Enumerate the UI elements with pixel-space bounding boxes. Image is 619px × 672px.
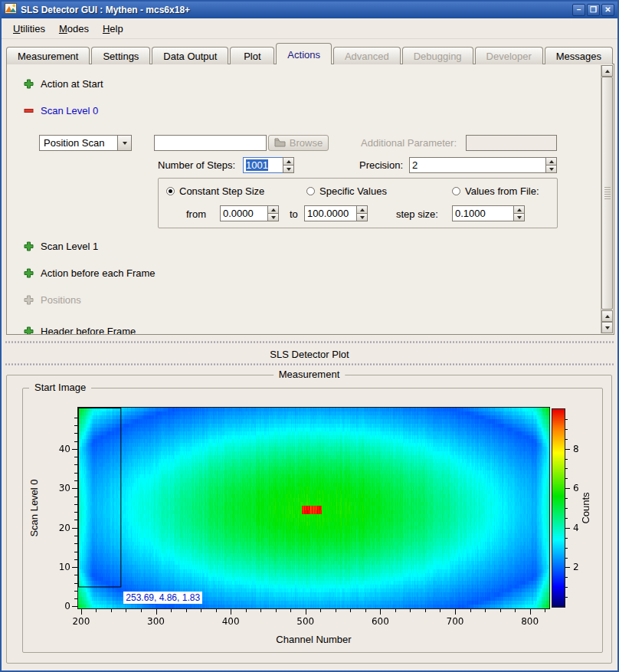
tick-mark xyxy=(565,577,568,578)
to-spinbox[interactable]: 100.0000 xyxy=(304,205,368,221)
tick-mark xyxy=(74,575,77,575)
to-value[interactable]: 100.0000 xyxy=(304,205,356,221)
spin-down-button[interactable] xyxy=(545,165,557,173)
spin-up-button[interactable] xyxy=(513,205,525,213)
scan-level-1-row[interactable]: Scan Level 1 xyxy=(24,241,98,252)
expand-plus-icon[interactable] xyxy=(24,326,34,335)
tab-measurement[interactable]: Measurement xyxy=(6,47,90,64)
spin-down-button[interactable] xyxy=(267,213,279,221)
tick-label: 300 xyxy=(141,616,172,627)
scroll-up-button[interactable] xyxy=(601,65,613,77)
tab-plot[interactable]: Plot xyxy=(230,47,274,64)
positions-row: Positions xyxy=(24,294,81,306)
tick-label: 700 xyxy=(440,616,470,627)
scroll-up-button-bottom[interactable] xyxy=(601,310,613,322)
plot-dock-title: SLS Detector Plot xyxy=(2,349,617,360)
tick-mark xyxy=(306,609,306,615)
spin-up-button[interactable] xyxy=(356,205,368,213)
tick-mark xyxy=(260,609,261,612)
spin-down-button[interactable] xyxy=(513,213,525,221)
scroll-down-button[interactable] xyxy=(601,322,613,333)
action-before-frame-label: Action before each Frame xyxy=(41,267,156,279)
expand-plus-icon[interactable] xyxy=(24,241,34,251)
precision-spinbox[interactable]: 2 xyxy=(409,157,557,173)
number-of-steps-spinbox[interactable]: 1001 xyxy=(243,157,294,173)
minimize-button[interactable]: – xyxy=(572,4,585,16)
tick-mark xyxy=(320,609,321,612)
tick-mark xyxy=(141,609,142,612)
heatmap-canvas[interactable] xyxy=(78,408,549,608)
tab-debugging: Debugging xyxy=(402,47,473,64)
tick-mark xyxy=(74,497,77,497)
expand-plus-icon[interactable] xyxy=(24,79,34,89)
additional-parameter-input xyxy=(466,135,557,151)
step-size-value[interactable]: 0.1000 xyxy=(452,205,513,221)
maximize-button[interactable]: ❐ xyxy=(587,4,600,16)
tick-mark xyxy=(485,609,486,612)
folder-open-icon xyxy=(274,137,286,149)
to-label: to xyxy=(290,208,298,220)
tick-mark xyxy=(565,468,568,469)
menu-help[interactable]: Help xyxy=(96,20,130,38)
step-size-spinbox[interactable]: 0.1000 xyxy=(452,205,525,221)
spin-up-button[interactable] xyxy=(267,205,279,213)
radio-values-from-file[interactable]: Values from File: xyxy=(452,185,539,197)
tick-label: 200 xyxy=(66,616,97,627)
from-value[interactable]: 0.0000 xyxy=(220,205,267,221)
tick-mark xyxy=(565,439,568,440)
cursor-position-tooltip: 253.69, 4.86, 1.83 xyxy=(123,592,202,604)
tick-mark xyxy=(72,606,77,607)
tick-label: 500 xyxy=(290,616,321,627)
spin-down-button[interactable] xyxy=(283,165,294,173)
tick-label: 2 xyxy=(573,562,591,572)
menu-utilities[interactable]: Utilities xyxy=(6,20,52,38)
menu-bar: Utilities Modes Help xyxy=(2,18,617,39)
vertical-scrollbar[interactable] xyxy=(601,65,613,333)
combo-dropdown-button[interactable] xyxy=(117,136,131,150)
tick-mark xyxy=(74,457,77,457)
from-spinbox[interactable]: 0.0000 xyxy=(220,205,279,221)
menu-modes[interactable]: Modes xyxy=(52,20,96,38)
tick-mark xyxy=(74,598,77,599)
scrollbar-thumb[interactable] xyxy=(601,77,613,310)
spin-buttons xyxy=(356,205,368,221)
splitter-handle[interactable] xyxy=(5,341,614,343)
action-at-start-row[interactable]: Action at Start xyxy=(24,78,103,90)
scan-mode-combobox[interactable]: Position Scan xyxy=(39,135,132,151)
tick-mark xyxy=(171,609,172,612)
radio-specific-values[interactable]: Specific Values xyxy=(306,185,387,197)
expand-plus-icon[interactable] xyxy=(24,268,34,278)
title-bar[interactable]: SLS Detector GUI : Mythen - mcs6x18+ – ❐… xyxy=(2,2,617,18)
spin-buttons xyxy=(267,205,279,221)
tab-actions[interactable]: Actions xyxy=(276,43,332,64)
tick-mark xyxy=(74,583,77,584)
tick-mark xyxy=(72,528,77,529)
close-button[interactable]: ✕ xyxy=(601,4,614,16)
arrow-up-icon xyxy=(605,70,610,73)
tick-mark xyxy=(380,609,381,615)
spin-down-button[interactable] xyxy=(356,213,368,221)
tick-mark xyxy=(74,433,77,434)
splitter-handle[interactable] xyxy=(5,363,614,366)
precision-value[interactable]: 2 xyxy=(409,157,545,173)
app-icon[interactable] xyxy=(5,2,17,18)
tab-data-output[interactable]: Data Output xyxy=(152,47,228,64)
scan-script-input[interactable] xyxy=(154,135,267,151)
radio-constant-label: Constant Step Size xyxy=(179,185,264,197)
tick-mark xyxy=(410,609,411,612)
tick-mark xyxy=(74,552,77,552)
tab-settings[interactable]: Settings xyxy=(91,47,150,64)
spin-up-button[interactable] xyxy=(545,157,557,165)
scan-level-0-row[interactable]: Scan Level 0 xyxy=(24,105,98,116)
spin-up-button[interactable] xyxy=(283,157,294,165)
tick-mark xyxy=(74,425,77,426)
radio-constant-step-size[interactable]: Constant Step Size xyxy=(166,185,264,197)
collapse-minus-icon[interactable] xyxy=(24,106,34,116)
header-before-frame-row[interactable]: Header before Frame xyxy=(24,326,136,335)
tick-mark xyxy=(246,609,247,612)
action-before-frame-row[interactable]: Action before each Frame xyxy=(24,267,156,279)
tab-advanced: Advanced xyxy=(333,47,401,64)
tick-mark xyxy=(276,609,277,612)
tab-messages[interactable]: Messages xyxy=(545,47,613,64)
number-of-steps-value[interactable]: 1001 xyxy=(243,157,283,173)
